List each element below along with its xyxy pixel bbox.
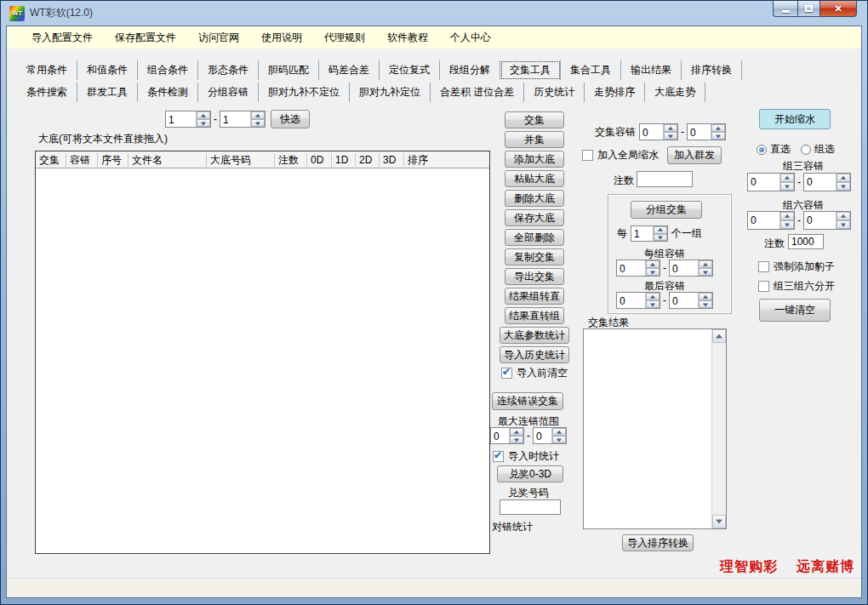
tab-group-send-tools[interactable]: 群发工具 [77, 83, 138, 102]
add-dadi-button[interactable]: 添加大底 [505, 151, 564, 168]
col-numbers[interactable]: 大底号码 [207, 153, 275, 167]
spin-down-icon[interactable] [510, 436, 523, 443]
tab-output-results[interactable]: 输出结果 [621, 60, 682, 80]
menu-import-config[interactable]: 导入配置文件 [20, 27, 104, 49]
menu-personal-center[interactable]: 个人中心 [439, 27, 502, 49]
intersect-tol-to-spinner[interactable]: 0 [687, 123, 726, 140]
spin-down-icon[interactable] [780, 182, 794, 191]
shrink-count-input[interactable] [788, 234, 824, 249]
last-tol-from-spinner[interactable]: 0 [616, 292, 660, 309]
spin-up-icon[interactable] [510, 428, 523, 436]
tab-condition-check[interactable]: 条件检测 [138, 83, 198, 102]
z6-from-spinner[interactable]: 0 [747, 211, 795, 230]
each-tol-from-spinner[interactable]: 0 [616, 260, 660, 277]
export-intersect-button[interactable]: 导出交集 [505, 268, 564, 285]
spin-up-icon[interactable] [654, 226, 667, 234]
spin-up-icon[interactable] [197, 111, 210, 119]
menu-save-config[interactable]: 保存配置文件 [104, 27, 187, 49]
range-from-spinner[interactable]: 1 [165, 111, 211, 128]
tab-danpair-position[interactable]: 胆对九补定位 [350, 83, 431, 102]
union-button[interactable]: 并集 [505, 131, 564, 148]
stat-on-import-checkbox[interactable] [493, 451, 504, 462]
stat-on-import-checkbox-row[interactable]: 导入时统计 [493, 449, 559, 464]
tab-sort-convert[interactable]: 排序转换 [682, 60, 742, 80]
error-from-spinner[interactable]: 0 [490, 427, 524, 444]
col-3d[interactable]: 3D [380, 153, 404, 167]
maximize-button[interactable] [797, 1, 820, 17]
group-select-radio[interactable] [801, 145, 811, 155]
global-shrink-checkbox[interactable] [582, 150, 593, 161]
force-leopard-checkbox-row[interactable]: 强制添加豹子 [758, 260, 835, 274]
tab-intersection-tools[interactable]: 交集工具 [500, 60, 561, 80]
dadi-param-stats-button[interactable]: 大底参数统计 [500, 327, 569, 344]
dadi-table[interactable]: 交集 容错 序号 文件名 大底号码 注数 0D 1D 2D 3D 排序 [35, 151, 490, 554]
each-tol-to-spinner[interactable]: 0 [669, 260, 713, 277]
quick-select-button[interactable]: 快选 [271, 110, 310, 128]
spin-down-icon[interactable] [780, 220, 794, 229]
spin-down-icon[interactable] [711, 132, 725, 140]
intersect-button[interactable]: 交集 [505, 111, 564, 128]
dadi-table-body[interactable] [36, 168, 489, 553]
continuous-error-intersect-button[interactable]: 连续错误交集 [492, 392, 563, 410]
tab-code-diff[interactable]: 码差合差 [319, 60, 380, 80]
clear-all-button[interactable]: 一键清空 [759, 299, 831, 322]
menu-agent-rules[interactable]: 代理规则 [313, 27, 376, 49]
tab-danpair-nonposition[interactable]: 胆对九补不定位 [259, 83, 350, 102]
tab-group-tolerance[interactable]: 分组容错 [198, 83, 259, 102]
col-index[interactable]: 序号 [98, 153, 128, 167]
spin-up-icon[interactable] [780, 212, 794, 220]
result-group-to-direct-button[interactable]: 结果组转直 [505, 288, 564, 305]
spin-down-icon[interactable] [664, 132, 677, 140]
save-dadi-button[interactable]: 保存大底 [505, 209, 564, 226]
spin-up-icon[interactable] [646, 293, 660, 300]
title-bar[interactable]: WT WT彩软(12.0) ✕ [6, 1, 862, 26]
copy-intersect-button[interactable]: 复制交集 [505, 248, 564, 265]
spin-up-icon[interactable] [552, 428, 566, 436]
menu-official-site[interactable]: 访问官网 [187, 27, 250, 49]
menu-tutorials[interactable]: 软件教程 [376, 27, 439, 49]
spin-down-icon[interactable] [646, 268, 660, 276]
spin-up-icon[interactable] [837, 212, 850, 220]
spin-up-icon[interactable] [646, 260, 660, 268]
split-z3z6-checkbox[interactable] [758, 281, 769, 292]
spin-up-icon[interactable] [699, 293, 712, 300]
col-count[interactable]: 注数 [275, 153, 307, 167]
tab-condition-search[interactable]: 条件搜索 [17, 83, 77, 102]
spin-down-icon[interactable] [654, 234, 667, 242]
col-0d[interactable]: 0D [307, 153, 332, 167]
col-1d[interactable]: 1D [332, 153, 356, 167]
clear-before-import-checkbox-row[interactable]: 导入前清空 [501, 366, 568, 380]
scroll-up-icon[interactable] [712, 329, 726, 343]
redeem-number-input[interactable] [500, 499, 561, 515]
spin-down-icon[interactable] [646, 300, 660, 308]
scroll-down-icon[interactable] [712, 515, 726, 528]
tab-common-conditions[interactable]: 常用条件 [17, 60, 77, 80]
z3-to-spinner[interactable]: 0 [803, 173, 851, 191]
error-to-spinner[interactable]: 0 [533, 427, 567, 444]
paste-dadi-button[interactable]: 粘贴大底 [505, 170, 564, 187]
result-scrollbar[interactable] [711, 329, 726, 528]
col-filename[interactable]: 文件名 [128, 153, 207, 167]
spin-up-icon[interactable] [699, 260, 712, 268]
intersect-tol-from-spinner[interactable]: 0 [639, 123, 678, 140]
import-history-stats-button[interactable]: 导入历史统计 [500, 346, 569, 363]
z6-to-spinner[interactable]: 0 [803, 211, 851, 230]
spin-down-icon[interactable] [837, 182, 850, 191]
spin-down-icon[interactable] [699, 300, 712, 308]
intersect-count-input[interactable] [637, 171, 693, 187]
spin-up-icon[interactable] [780, 174, 794, 182]
tab-history-stats[interactable]: 历史统计 [524, 83, 585, 102]
spin-down-icon[interactable] [251, 119, 265, 127]
spin-down-icon[interactable] [837, 220, 850, 229]
per-group-spinner[interactable]: 1 [631, 225, 668, 242]
split-z3z6-checkbox-row[interactable]: 组三组六分开 [758, 279, 835, 294]
tab-danma-match[interactable]: 胆码匹配 [259, 60, 319, 80]
intersect-result-listbox[interactable] [583, 328, 727, 529]
group-intersect-button[interactable]: 分组交集 [631, 201, 702, 219]
spin-down-icon[interactable] [699, 268, 712, 276]
range-to-spinner[interactable]: 1 [220, 111, 266, 128]
delete-all-button[interactable]: 全部删除 [505, 229, 564, 246]
tab-segment-decompose[interactable]: 段组分解 [440, 60, 500, 80]
col-tolerance[interactable]: 容错 [66, 153, 98, 167]
tab-sum-conditions[interactable]: 和值条件 [77, 60, 138, 80]
